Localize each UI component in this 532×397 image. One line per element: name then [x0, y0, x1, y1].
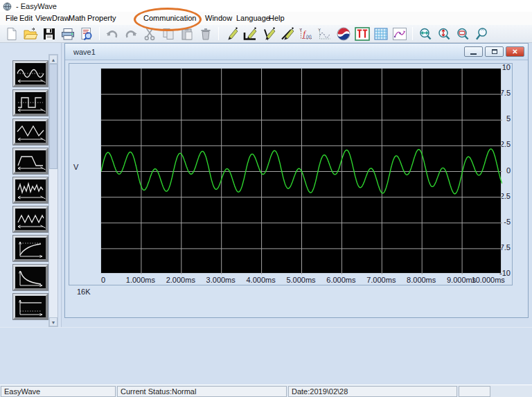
undo-icon: [104, 26, 121, 42]
scroll-up-icon[interactable]: ▲: [49, 55, 57, 64]
square-wave-button[interactable]: [13, 90, 48, 116]
menu-property[interactable]: Property: [86, 13, 118, 24]
dc-wave-button[interactable]: [13, 294, 48, 319]
trapezoid-wave-button[interactable]: [13, 148, 48, 174]
close-icon: ✕: [512, 47, 517, 56]
print-icon[interactable]: [60, 26, 76, 42]
x-tick-label: 3.000ms: [206, 276, 236, 284]
exp-rise-wave-button[interactable]: [13, 236, 48, 261]
svg-text:(x): (x): [306, 34, 312, 39]
cut-icon: [141, 26, 158, 42]
grid-icon[interactable]: [373, 26, 389, 42]
waveform-plot[interactable]: [100, 68, 502, 274]
toolbar-separator: [412, 27, 413, 40]
menu-language[interactable]: Language: [235, 13, 272, 24]
x-axis-labels: 01.000ms2.000ms3.000ms4.000ms5.000ms6.00…: [100, 276, 512, 285]
print-preview-icon[interactable]: [78, 26, 95, 42]
cursor-markers-icon[interactable]: [354, 26, 371, 42]
title-bar: - EasyWave: [0, 0, 532, 12]
menu-file[interactable]: File: [4, 13, 19, 24]
redo-icon: [123, 26, 139, 42]
zoom-horizontal-icon[interactable]: [417, 26, 434, 42]
dotted-wave-icon[interactable]: Y: [317, 26, 333, 42]
minimize-icon: [470, 53, 477, 55]
open-file-icon[interactable]: [22, 26, 39, 42]
status-app-name: EasyWave: [1, 386, 116, 397]
bottom-panel: Left slider Right slider Cursor X 10.000…: [0, 327, 532, 383]
x-tick-label: 8.000ms: [407, 276, 436, 284]
minimize-button[interactable]: [464, 46, 483, 57]
y-axis-unit: V: [73, 163, 78, 171]
window-title: - EasyWave: [16, 2, 57, 10]
x-tick-label: 5.000ms: [286, 276, 315, 284]
status-bar: EasyWave Current Status:Normal Date:2019…: [0, 385, 532, 397]
draw-pencil-icon[interactable]: [223, 26, 240, 42]
new-file-icon[interactable]: [3, 26, 20, 42]
point-edit-icon[interactable]: [391, 26, 408, 42]
chart-panel: V 107.552.50-2.5-5-7.5-10 01.000ms2.000m…: [69, 63, 513, 285]
maximize-icon: [492, 49, 497, 54]
scrollbar-thumb[interactable]: [49, 64, 57, 169]
x-tick-label: 7.000ms: [366, 276, 396, 284]
toolbar-separator: [218, 27, 219, 40]
paste-icon: [179, 26, 195, 42]
status-date: Date:2019\02\28: [288, 386, 457, 397]
zoom-vertical-icon[interactable]: [436, 26, 452, 42]
close-button[interactable]: ✕: [506, 46, 524, 57]
menu-help[interactable]: Help: [267, 13, 286, 24]
easywave-main-window: - EasyWave File Edit View Draw Math Prop…: [0, 0, 532, 397]
workspace: ▲ ▼ wave1 ✕ V 107.552.50-2.5-5-7.5-10: [0, 43, 532, 327]
toolbar: f(x)YY: [0, 25, 532, 43]
svg-text:Y: Y: [299, 28, 302, 32]
wave-preview-icon[interactable]: [335, 26, 352, 42]
equation-icon[interactable]: f(x)Y: [298, 26, 314, 42]
wave1-window: wave1 ✕ V 107.552.50-2.5-5-7.5-10 01.000…: [64, 43, 529, 318]
delete-icon: [197, 26, 214, 42]
x-tick-label: 10.000ms: [472, 276, 505, 284]
svg-text:Y: Y: [318, 28, 321, 32]
menu-math[interactable]: Math: [67, 13, 87, 24]
maximize-button[interactable]: [485, 46, 504, 57]
zoom-out-icon[interactable]: [454, 26, 471, 42]
x-tick-label: 2.000ms: [166, 276, 195, 284]
toolbox-scrollbar[interactable]: ▲ ▼: [48, 54, 58, 327]
x-tick-label: 1.000ms: [126, 276, 155, 284]
sample-count-label: 16K: [77, 288, 91, 296]
menu-communication[interactable]: Communication: [142, 13, 197, 24]
x-tick-label: 4.000ms: [246, 276, 275, 284]
copy-icon: [160, 26, 177, 42]
waveform-toolbox: ▲ ▼: [0, 43, 62, 327]
globe-icon: [3, 1, 12, 10]
menu-bar: File Edit View Draw Math Property Commun…: [0, 12, 532, 25]
status-current: Current Status:Normal: [117, 386, 287, 397]
scroll-down-icon[interactable]: ▼: [49, 317, 57, 326]
status-empty: [459, 386, 490, 397]
x-tick-label: 0: [101, 276, 105, 284]
toolbar-separator: [99, 27, 100, 40]
x-tick-label: 6.000ms: [326, 276, 355, 284]
wave1-title-bar[interactable]: wave1 ✕: [65, 44, 528, 60]
triangle-wave-button[interactable]: [13, 119, 48, 145]
zoom-reset-icon[interactable]: [473, 26, 490, 42]
sine-wave-button[interactable]: [13, 61, 48, 87]
exp-fall-wave-button[interactable]: [13, 265, 48, 290]
save-icon[interactable]: [41, 26, 57, 42]
menu-edit[interactable]: Edit: [18, 13, 34, 24]
draw-line-icon[interactable]: [242, 26, 258, 42]
draw-vertical-icon[interactable]: [260, 26, 277, 42]
waveform-canvas: [101, 69, 502, 274]
sawtooth-wave-button[interactable]: [13, 206, 48, 232]
wave1-title: wave1: [73, 48, 96, 56]
draw-slash-icon[interactable]: [279, 26, 296, 42]
menu-window[interactable]: Window: [204, 13, 233, 24]
noise-wave-button[interactable]: [13, 177, 48, 203]
